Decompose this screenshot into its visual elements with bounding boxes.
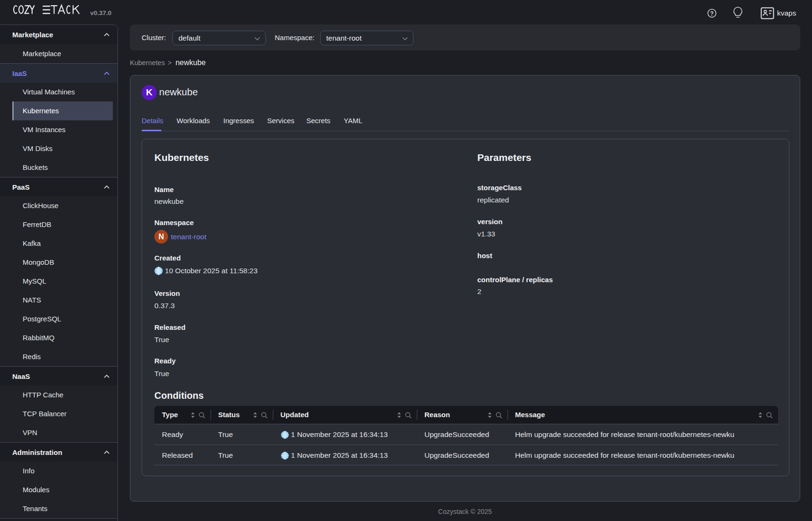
svg-text:?: ? (710, 10, 713, 17)
